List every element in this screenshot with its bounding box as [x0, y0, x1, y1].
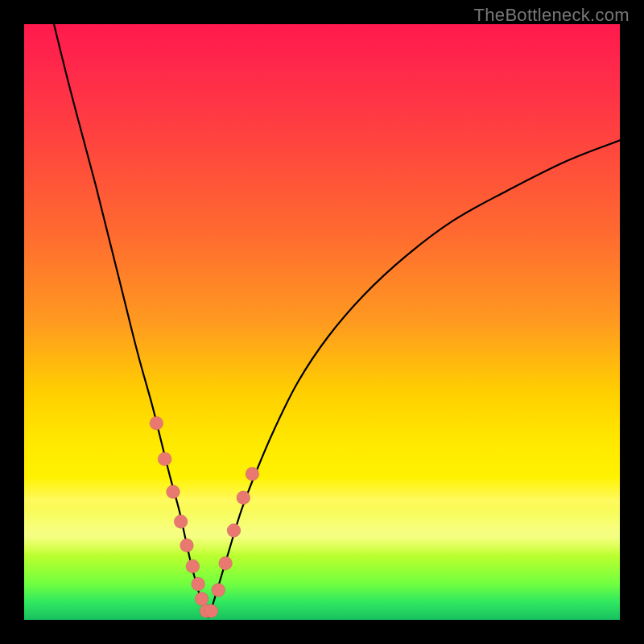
data-marker — [192, 577, 205, 591]
watermark-text: TheBottleneck.com — [474, 5, 630, 26]
data-marker — [186, 559, 200, 573]
chart-frame: TheBottleneck.com — [0, 0, 644, 644]
data-marker — [212, 584, 225, 597]
data-marker — [204, 604, 218, 617]
data-marker — [237, 491, 250, 505]
curve-svg — [24, 24, 620, 620]
data-marker — [150, 416, 163, 430]
data-marker — [227, 524, 241, 538]
data-marker — [200, 604, 213, 617]
curve-left — [54, 24, 208, 617]
data-marker — [180, 539, 194, 552]
curve-right — [208, 140, 620, 617]
data-marker — [195, 592, 208, 606]
plot-area — [24, 24, 620, 620]
data-marker — [158, 452, 171, 466]
data-marker — [219, 556, 233, 570]
highlight-band — [24, 507, 620, 555]
data-marker — [174, 514, 188, 528]
data-marker — [246, 467, 259, 481]
data-marker — [167, 485, 180, 498]
marker-group — [150, 416, 259, 617]
